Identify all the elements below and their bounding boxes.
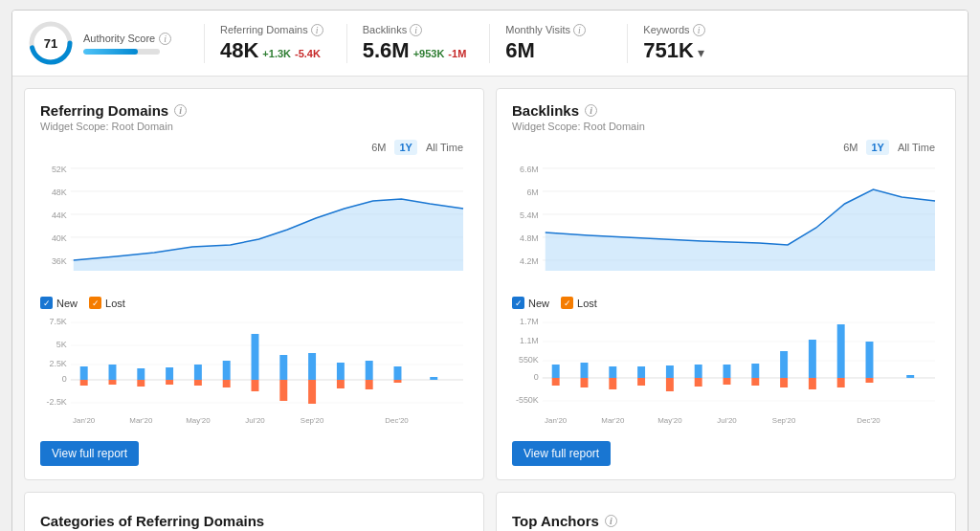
svg-rect-76: [581, 363, 589, 378]
svg-text:Mar'20: Mar'20: [601, 416, 625, 425]
svg-text:7.5K: 7.5K: [49, 317, 66, 326]
keywords-info-icon[interactable]: i: [693, 24, 705, 36]
keywords-label: Keywords i: [643, 24, 742, 36]
svg-rect-88: [751, 364, 759, 378]
svg-text:-2.5K: -2.5K: [46, 397, 66, 407]
svg-rect-38: [279, 380, 287, 401]
svg-text:Dec'20: Dec'20: [857, 416, 880, 425]
svg-rect-30: [166, 380, 173, 385]
legend-lost-backlinks: ✓ Lost: [561, 297, 597, 309]
legend-lost-check[interactable]: ✓: [89, 297, 101, 309]
svg-rect-25: [109, 365, 117, 380]
backlinks-changes: +953K -1M: [413, 48, 467, 59]
tab-referring-6m[interactable]: 6M: [367, 140, 390, 155]
svg-text:Sep'20: Sep'20: [301, 416, 324, 425]
tab-backlinks-1y[interactable]: 1Y: [866, 140, 888, 155]
referring-domains-info-icon[interactable]: i: [311, 24, 323, 36]
svg-rect-81: [637, 378, 645, 386]
legend-new-backlinks: ✓ New: [512, 297, 549, 309]
legend-backlinks-new-check[interactable]: ✓: [512, 297, 524, 309]
svg-rect-74: [552, 365, 560, 378]
referring-domains-value-row: 48K +1.3K -5.4K: [220, 38, 323, 63]
tab-backlinks-alltime[interactable]: All Time: [893, 140, 940, 155]
svg-text:May'20: May'20: [186, 416, 211, 425]
svg-text:Jan'20: Jan'20: [73, 416, 96, 425]
authority-score-donut: 71: [28, 20, 74, 66]
backlinks-panel: Backlinks i Widget Scope: Root Domain 6M…: [496, 88, 956, 480]
svg-rect-85: [695, 378, 702, 387]
tab-referring-1y[interactable]: 1Y: [394, 140, 416, 155]
svg-rect-75: [552, 378, 560, 386]
svg-rect-98: [906, 375, 914, 378]
svg-rect-79: [609, 378, 616, 389]
svg-rect-33: [223, 361, 231, 380]
referring-domains-panel-info-icon[interactable]: i: [174, 104, 187, 117]
tab-backlinks-6m[interactable]: 6M: [838, 140, 862, 155]
monthly-visits-value-row: 6M: [505, 38, 604, 63]
svg-rect-36: [252, 380, 259, 391]
svg-text:Jul'20: Jul'20: [717, 416, 737, 425]
svg-text:Dec'20: Dec'20: [385, 416, 409, 425]
svg-rect-97: [866, 378, 874, 383]
svg-rect-78: [609, 366, 616, 378]
backlinks-label: Backlinks i: [363, 24, 467, 36]
svg-rect-94: [837, 324, 845, 378]
keywords-value: 751K: [643, 38, 694, 63]
backlinks-area-chart: 6.6M 6M 5.4M 4.8M 4.2M: [512, 161, 940, 289]
svg-rect-91: [780, 378, 788, 387]
svg-text:36K: 36K: [52, 256, 67, 266]
svg-text:1.7M: 1.7M: [520, 317, 539, 326]
svg-text:6M: 6M: [526, 188, 538, 197]
legend-lost-referring: ✓ Lost: [89, 297, 125, 309]
svg-rect-31: [194, 365, 202, 380]
referring-domains-panel: Referring Domains i Widget Scope: Root D…: [24, 88, 484, 480]
backlinks-neg: -1M: [448, 48, 466, 59]
authority-score-bar-fill: [83, 49, 138, 55]
svg-text:4.2M: 4.2M: [520, 256, 539, 266]
svg-text:Mar'20: Mar'20: [129, 416, 153, 425]
svg-rect-32: [194, 380, 202, 386]
svg-rect-47: [430, 377, 437, 380]
svg-text:May'20: May'20: [657, 416, 682, 425]
backlinks-time-tabs: 6M 1Y All Time: [512, 140, 940, 155]
backlinks-view-report-btn[interactable]: View full report: [512, 441, 611, 466]
top-anchors-info-icon[interactable]: i: [605, 515, 617, 527]
referring-domains-metric: Referring Domains i 48K +1.3K -5.4K: [204, 24, 323, 63]
referring-domains-legend: ✓ New ✓ Lost: [40, 297, 468, 309]
svg-text:71: 71: [44, 36, 57, 51]
svg-rect-87: [724, 378, 731, 385]
svg-rect-93: [809, 378, 816, 389]
svg-rect-42: [337, 380, 345, 388]
svg-rect-80: [637, 366, 645, 378]
svg-rect-89: [751, 378, 759, 386]
backlinks-bar-chart: 1.7M 1.1M 550K 0 -550K: [512, 313, 940, 431]
svg-rect-34: [223, 380, 231, 387]
monthly-visits-info-icon[interactable]: i: [573, 24, 586, 36]
authority-score-info-icon[interactable]: i: [159, 33, 171, 45]
svg-rect-90: [780, 351, 788, 378]
svg-text:550K: 550K: [519, 355, 539, 365]
monthly-visits-metric: Monthly Visits i 6M: [489, 24, 604, 63]
referring-domains-time-tabs: 6M 1Y All Time: [40, 140, 468, 155]
svg-text:48K: 48K: [52, 188, 67, 197]
authority-score-label: Authority Score i: [83, 33, 171, 45]
backlinks-panel-info-icon[interactable]: i: [585, 104, 597, 117]
header: 71 Authority Score i Referring Domains i…: [12, 11, 968, 77]
top-anchors-panel: Top Anchors i: [496, 492, 956, 531]
tab-referring-alltime[interactable]: All Time: [421, 140, 468, 155]
svg-text:2.5K: 2.5K: [49, 359, 66, 368]
categories-panel: Categories of Referring Domains: [24, 492, 484, 531]
legend-backlinks-lost-check[interactable]: ✓: [561, 297, 573, 309]
referring-domains-view-report-btn[interactable]: View full report: [40, 441, 139, 466]
referring-domains-panel-title: Referring Domains i: [40, 102, 468, 119]
backlinks-info-icon[interactable]: i: [410, 24, 422, 36]
referring-domains-label: Referring Domains i: [220, 24, 323, 36]
svg-rect-35: [252, 334, 259, 380]
legend-new-check[interactable]: ✓: [40, 297, 53, 309]
svg-rect-92: [809, 340, 816, 378]
keywords-dropdown-icon[interactable]: ▾: [698, 45, 704, 60]
monthly-visits-value: 6M: [505, 38, 535, 63]
svg-rect-84: [695, 365, 702, 378]
svg-text:Jul'20: Jul'20: [245, 416, 265, 425]
authority-score-bar: [83, 49, 160, 55]
